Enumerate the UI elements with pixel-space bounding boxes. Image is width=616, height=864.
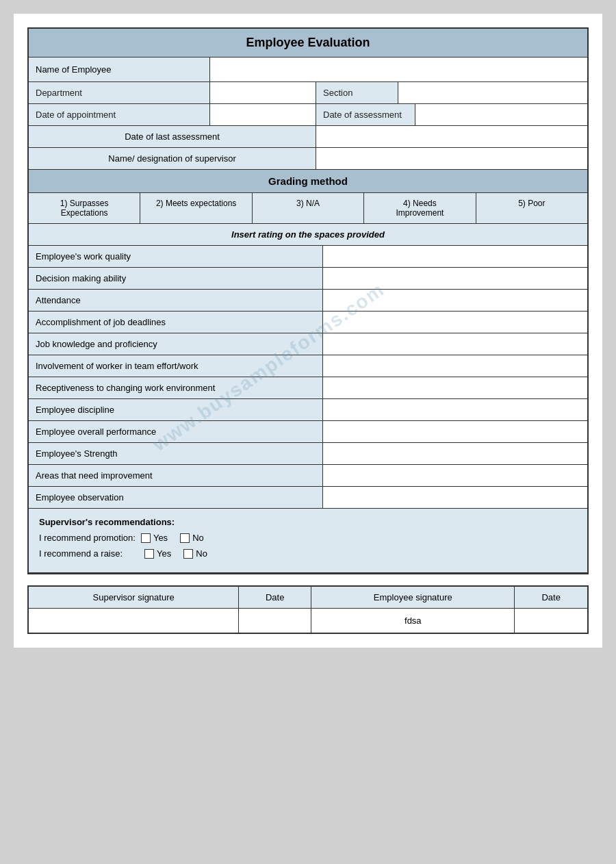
supervisor-value[interactable]	[316, 148, 587, 169]
signature-table: Supervisor signature Date Employee signa…	[27, 585, 589, 634]
department-value[interactable]	[210, 82, 316, 103]
grade-option-2: 2) Meets expectations	[140, 193, 252, 223]
insert-note: Insert rating on the spaces provided	[29, 224, 587, 246]
grading-header: Grading method	[29, 170, 587, 193]
list-item: Employee observation	[29, 487, 587, 508]
list-item: Accomplishment of job deadlines	[29, 312, 587, 333]
last-assessment-value[interactable]	[316, 126, 587, 147]
evaluation-form: Employee Evaluation Name of Employee Dep…	[27, 27, 589, 574]
section-label: Section	[316, 82, 398, 103]
grade-option-1: 1) SurpassesExpectations	[29, 193, 140, 223]
eval-label-11: Areas that need improvement	[29, 465, 323, 486]
eval-label-6: Involvement of worker in team effort/wor…	[29, 355, 323, 377]
name-label: Name of Employee	[29, 58, 210, 81]
signature-data-row: fdsa	[28, 609, 588, 633]
eval-label-8: Employee discipline	[29, 399, 323, 420]
eval-value-1[interactable]	[323, 246, 587, 267]
eval-value-10[interactable]	[323, 443, 587, 464]
list-item: Employee's Strength	[29, 443, 587, 465]
list-item: Employee's work quality	[29, 246, 587, 268]
eval-value-5[interactable]	[323, 333, 587, 355]
raise-yes-checkbox[interactable]	[144, 549, 154, 559]
supervisor-sig-value[interactable]	[28, 609, 239, 633]
eval-label-9: Employee overall performance	[29, 421, 323, 442]
yes-text-2: Yes	[157, 548, 171, 559]
raise-line: I recommend a raise: Yes No	[39, 548, 577, 559]
assessment-value[interactable]	[415, 104, 587, 125]
eval-label-1: Employee's work quality	[29, 246, 323, 267]
sig-header-4: Date	[515, 586, 588, 609]
eval-value-2[interactable]	[323, 268, 587, 289]
eval-label-3: Attendance	[29, 290, 323, 311]
eval-label-10: Employee's Strength	[29, 443, 323, 464]
eval-value-11[interactable]	[323, 465, 587, 486]
employee-sig-value[interactable]: fdsa	[311, 609, 515, 633]
supervisor-label: Name/ designation of supervisor	[29, 148, 316, 169]
raise-label: I recommend a raise:	[39, 548, 123, 559]
eval-value-8[interactable]	[323, 399, 587, 420]
eval-label-2: Decision making ability	[29, 268, 323, 289]
no-text-1: No	[192, 533, 204, 543]
department-label: Department	[29, 82, 210, 103]
eval-value-3[interactable]	[323, 290, 587, 311]
recommendations-title: Supervisor's recommendations:	[39, 517, 577, 527]
list-item: Employee discipline	[29, 399, 587, 421]
promotion-yes-checkbox[interactable]	[141, 533, 151, 543]
eval-value-4[interactable]	[323, 312, 587, 333]
list-item: Areas that need improvement	[29, 465, 587, 487]
signature-header-row: Supervisor signature Date Employee signa…	[28, 586, 588, 609]
promotion-no-checkbox[interactable]	[180, 533, 190, 543]
name-value[interactable]	[210, 58, 587, 81]
recommendations-section: Supervisor's recommendations: I recommen…	[29, 508, 587, 573]
appointment-label: Date of appointment	[29, 104, 210, 125]
eval-label-5: Job knowledge and proficiency	[29, 333, 323, 355]
sig-header-2: Date	[239, 586, 311, 609]
promotion-yes-label[interactable]: Yes	[141, 533, 168, 543]
last-assessment-label: Date of last assessment	[29, 126, 316, 147]
promotion-no-label[interactable]: No	[180, 533, 204, 543]
grade-option-4: 4) NeedsImprovement	[364, 193, 476, 223]
supervisor-date-value[interactable]	[239, 609, 311, 633]
list-item: Decision making ability	[29, 268, 587, 290]
raise-no-checkbox[interactable]	[183, 549, 193, 559]
form-title: Employee Evaluation	[29, 29, 587, 58]
list-item: Involvement of worker in team effort/wor…	[29, 355, 587, 377]
no-text-2: No	[196, 548, 207, 559]
sig-header-1: Supervisor signature	[28, 586, 239, 609]
eval-value-9[interactable]	[323, 421, 587, 442]
assessment-label: Date of assessment	[316, 104, 415, 125]
eval-label-4: Accomplishment of job deadlines	[29, 312, 323, 333]
employee-date-value[interactable]	[515, 609, 588, 633]
grade-option-3: 3) N/A	[253, 193, 364, 223]
section-value[interactable]	[398, 82, 587, 103]
eval-label-7: Receptiveness to changing work environme…	[29, 377, 323, 398]
eval-value-6[interactable]	[323, 355, 587, 377]
list-item: Job knowledge and proficiency	[29, 333, 587, 355]
raise-yes-label[interactable]: Yes	[144, 548, 171, 559]
eval-label-12: Employee observation	[29, 487, 323, 508]
eval-value-7[interactable]	[323, 377, 587, 398]
appointment-value[interactable]	[210, 104, 316, 125]
grade-option-5: 5) Poor	[476, 193, 587, 223]
list-item: Employee overall performance	[29, 421, 587, 443]
promotion-line: I recommend promotion: Yes No	[39, 533, 577, 543]
promotion-label: I recommend promotion:	[39, 533, 136, 543]
yes-text-1: Yes	[153, 533, 168, 543]
grading-options: 1) SurpassesExpectations 2) Meets expect…	[29, 193, 587, 224]
list-item: Attendance	[29, 290, 587, 312]
eval-value-12[interactable]	[323, 487, 587, 508]
list-item: Receptiveness to changing work environme…	[29, 377, 587, 399]
sig-header-3: Employee signature	[311, 586, 515, 609]
raise-no-label[interactable]: No	[183, 548, 207, 559]
